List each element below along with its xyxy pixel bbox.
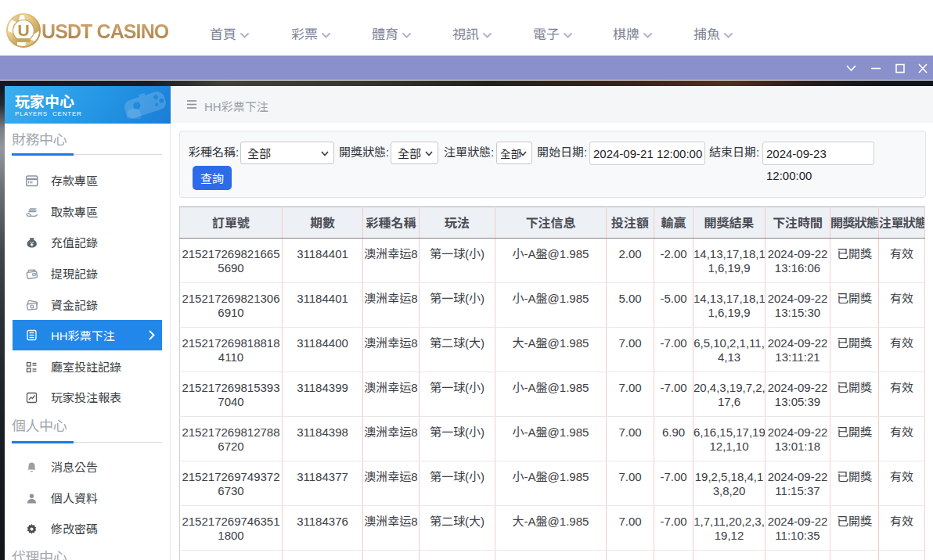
svg-text:U: U — [17, 21, 29, 39]
